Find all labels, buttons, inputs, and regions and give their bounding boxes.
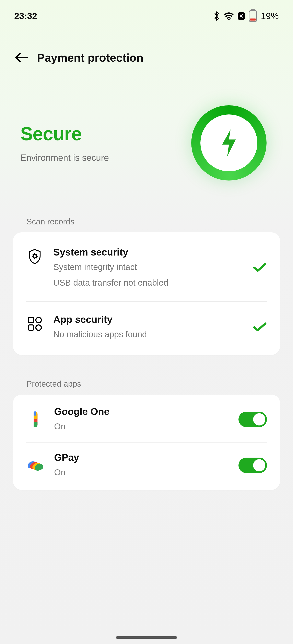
back-button[interactable] (14, 50, 29, 65)
scan-row-title: App security (53, 314, 243, 325)
home-indicator[interactable] (116, 636, 177, 639)
app-state: On (54, 420, 229, 433)
header: Payment protection (0, 28, 293, 73)
page-title: Payment protection (37, 51, 143, 64)
hero-subtitle: Environment is secure (20, 153, 109, 163)
lightning-icon (218, 128, 240, 158)
svg-rect-2 (28, 317, 34, 323)
section-label-apps: Protected apps (0, 355, 293, 394)
status-bar: 23:32 ✕ 19% (0, 0, 293, 28)
hero: Secure Environment is secure (0, 73, 293, 193)
status-time: 23:32 (14, 11, 37, 21)
wifi-icon (224, 12, 234, 20)
toggle-gpay[interactable] (238, 458, 267, 473)
bluetooth-icon (213, 11, 220, 21)
toggle-google-one[interactable] (238, 412, 267, 427)
google-one-icon (26, 410, 44, 428)
app-name: Google One (54, 406, 229, 417)
battery-percent: 19% (261, 11, 279, 21)
secure-badge (191, 105, 266, 180)
status-right: ✕ 19% (213, 10, 279, 22)
svg-rect-3 (36, 317, 41, 323)
check-icon (253, 322, 267, 333)
scan-row-sub: System integrity intact (53, 261, 243, 274)
scan-records-card: System security System integrity intact … (13, 232, 280, 355)
scan-row-title: System security (53, 246, 243, 258)
battery-icon (249, 10, 257, 22)
scan-row-sub: USB data transfer not enabled (53, 277, 243, 289)
gpay-icon (26, 456, 44, 474)
arrow-left-icon (15, 52, 28, 62)
scan-row-app-security[interactable]: App security No malicious apps found (26, 301, 267, 353)
protected-apps-card: Google One On GPay On (13, 394, 280, 490)
scan-row-sub: No malicious apps found (53, 328, 243, 341)
svg-point-0 (228, 18, 229, 20)
section-label-scan: Scan records (0, 193, 293, 232)
check-icon (253, 262, 267, 273)
apps-grid-icon (26, 315, 44, 332)
app-name: GPay (54, 452, 229, 463)
hero-title: Secure (20, 123, 109, 144)
app-row-google-one[interactable]: Google One On (13, 396, 280, 442)
scan-row-system-security[interactable]: System security System integrity intact … (13, 234, 280, 301)
svg-rect-4 (28, 325, 34, 330)
svg-rect-5 (36, 325, 41, 330)
status-unknown-icon: ✕ (238, 12, 245, 20)
shield-gear-icon (26, 248, 44, 265)
app-row-gpay[interactable]: GPay On (26, 442, 267, 488)
app-state: On (54, 466, 229, 479)
